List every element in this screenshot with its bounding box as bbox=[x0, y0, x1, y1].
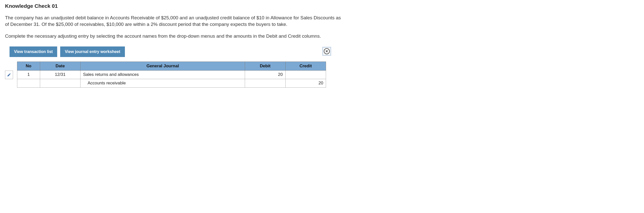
cell-account-dropdown[interactable]: Accounts receivable bbox=[80, 79, 245, 87]
cell-credit-input[interactable]: 20 bbox=[285, 79, 326, 87]
button-row: View transaction list View journal entry… bbox=[5, 46, 331, 57]
problem-instruction: Complete the necessary adjusting entry b… bbox=[5, 33, 346, 39]
page-title: Knowledge Check 01 bbox=[5, 3, 639, 9]
view-transaction-list-button[interactable]: View transaction list bbox=[10, 46, 57, 57]
header-date: Date bbox=[40, 62, 80, 70]
table-row: Accounts receivable 20 bbox=[17, 79, 326, 87]
cell-date bbox=[40, 79, 80, 87]
cell-debit-input[interactable] bbox=[245, 79, 285, 87]
table-row: 1 12/31 Sales returns and allowances 20 bbox=[17, 70, 326, 79]
close-icon: ✕ bbox=[324, 48, 330, 54]
cell-debit-input[interactable]: 20 bbox=[245, 70, 285, 79]
pencil-icon bbox=[7, 73, 11, 77]
header-debit: Debit bbox=[245, 62, 285, 70]
cell-no bbox=[17, 79, 40, 87]
journal-table-area: No Date General Journal Debit Credit 1 1… bbox=[5, 62, 639, 88]
table-header-row: No Date General Journal Debit Credit bbox=[17, 62, 326, 70]
view-journal-entry-worksheet-button[interactable]: View journal entry worksheet bbox=[60, 46, 125, 57]
header-credit: Credit bbox=[285, 62, 326, 70]
journal-table: No Date General Journal Debit Credit 1 1… bbox=[17, 62, 326, 88]
close-button[interactable]: ✕ bbox=[323, 47, 331, 56]
header-general-journal: General Journal bbox=[80, 62, 245, 70]
cell-credit-input[interactable] bbox=[285, 70, 326, 79]
cell-date: 12/31 bbox=[40, 70, 80, 79]
cell-no: 1 bbox=[17, 70, 40, 79]
problem-description-1: The company has an unadjusted debit bala… bbox=[5, 15, 346, 27]
header-no: No bbox=[17, 62, 40, 70]
cell-account-dropdown[interactable]: Sales returns and allowances bbox=[80, 70, 245, 79]
edit-row-button[interactable] bbox=[5, 71, 13, 79]
